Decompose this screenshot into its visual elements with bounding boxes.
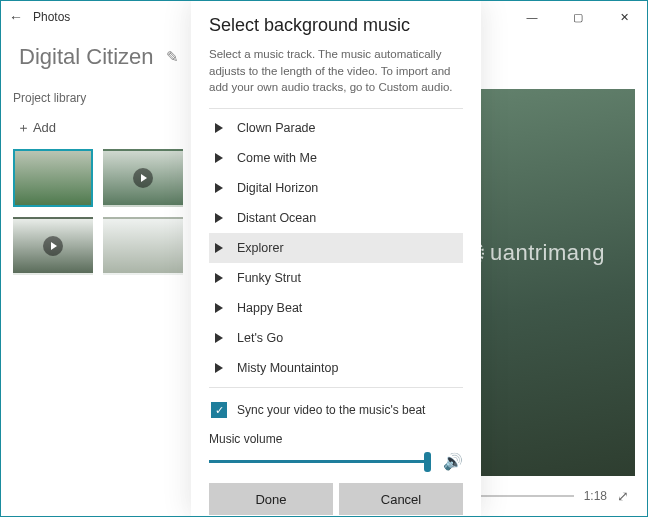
track-item[interactable]: Happy Beat <box>209 293 463 323</box>
play-triangle-icon <box>215 153 223 163</box>
dialog-description: Select a music track. The music automati… <box>209 46 463 96</box>
speaker-icon: 🔊 <box>443 452 463 471</box>
dialog-title: Select background music <box>209 15 463 36</box>
track-label: Come with Me <box>237 151 317 165</box>
cancel-button[interactable]: Cancel <box>339 483 463 515</box>
done-button[interactable]: Done <box>209 483 333 515</box>
play-triangle-icon <box>215 333 223 343</box>
track-label: Clown Parade <box>237 121 316 135</box>
track-label: Explorer <box>237 241 284 255</box>
track-label: Misty Mountaintop <box>237 361 338 375</box>
play-triangle-icon <box>215 243 223 253</box>
play-triangle-icon <box>215 213 223 223</box>
track-label: Digital Horizon <box>237 181 318 195</box>
track-label: Funky Strut <box>237 271 301 285</box>
play-triangle-icon <box>215 123 223 133</box>
track-item[interactable]: Misty Mountaintop <box>209 353 463 383</box>
track-label: Let's Go <box>237 331 283 345</box>
track-item[interactable]: Funky Strut <box>209 263 463 293</box>
background-music-dialog: Select background music Select a music t… <box>191 1 481 516</box>
sync-label: Sync your video to the music's beat <box>237 403 425 417</box>
play-triangle-icon <box>215 273 223 283</box>
track-label: Happy Beat <box>237 301 302 315</box>
play-triangle-icon <box>215 183 223 193</box>
volume-label: Music volume <box>209 432 463 446</box>
play-triangle-icon <box>215 303 223 313</box>
track-item[interactable]: Distant Ocean <box>209 203 463 233</box>
track-list: Clown ParadeCome with MeDigital HorizonD… <box>209 113 463 383</box>
track-item[interactable]: Digital Horizon <box>209 173 463 203</box>
play-triangle-icon <box>215 363 223 373</box>
track-item[interactable]: Clown Parade <box>209 113 463 143</box>
checkbox-checked-icon[interactable]: ✓ <box>211 402 227 418</box>
sync-checkbox-row[interactable]: ✓ Sync your video to the music's beat <box>209 392 463 424</box>
volume-slider[interactable] <box>209 460 431 463</box>
track-label: Distant Ocean <box>237 211 316 225</box>
track-item[interactable]: Explorer <box>209 233 463 263</box>
track-item[interactable]: Let's Go <box>209 323 463 353</box>
track-item[interactable]: Come with Me <box>209 143 463 173</box>
